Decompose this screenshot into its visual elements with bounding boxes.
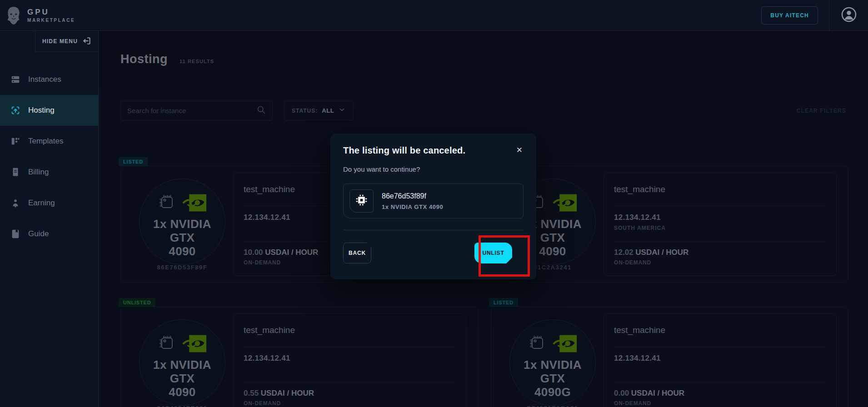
layout-columns-icon [10,136,20,146]
sidebar-item-label: Hosting [28,106,55,115]
sidebar-item-label: Instances [28,75,61,84]
user-avatar[interactable] [829,6,868,25]
machine-summary-box: 86e76d53f89f 1x NVIDIA GTX 4090 [343,184,524,218]
unlist-button[interactable]: UNLIST [474,243,512,263]
sidebar-item-templates[interactable]: Templates [0,126,98,157]
hide-menu-label: HIDE MENU [42,38,78,45]
app-header: GPU MARKETPLACE BUY AITECH [0,0,868,31]
logo-cyborg-face-icon [5,5,23,26]
sidebar-item-label: Guide [28,229,49,238]
server-stack-icon [10,74,20,84]
modal-subtitle: Do you want to continue? [343,165,524,173]
modal-divider [343,230,524,230]
close-icon[interactable]: ✕ [515,145,524,155]
sidebar-nav: Instances Hosting [0,64,98,249]
modal-machine-gpu: 1x NVIDIA GTX 4090 [382,204,443,210]
person-circle-icon [841,6,857,25]
sidebar-item-earning[interactable]: Earning [0,188,98,218]
sidebar-item-hosting[interactable]: Hosting [0,95,98,126]
back-button[interactable]: BACK [343,243,371,263]
hide-menu-button[interactable]: HIDE MENU [35,31,98,52]
logo-line2: MARKETPLACE [27,18,75,23]
sidebar-item-label: Billing [28,168,49,177]
sidebar-item-billing[interactable]: Billing [0,157,98,188]
sidebar: HIDE MENU Instances [0,31,99,407]
modal-machine-name: 86e76d53f89f [382,192,443,200]
sidebar-item-guide[interactable]: Guide [0,218,98,249]
book-bookmark-icon [10,229,20,239]
chip-box [349,189,374,213]
exit-arrow-icon [82,36,91,47]
sidebar-item-label: Earning [28,199,55,208]
buy-aitech-button[interactable]: BUY AITECH [761,6,818,25]
logo-text: GPU MARKETPLACE [27,8,75,23]
receipt-icon [10,167,20,177]
cancel-listing-modal: The listing will be canceled. ✕ Do you w… [330,134,536,279]
sidebar-item-instances[interactable]: Instances [0,64,98,95]
sidebar-item-label: Templates [28,137,63,146]
person-icon [10,198,20,208]
cpu-chip-icon [355,194,368,208]
logo-line1: GPU [27,8,75,17]
upload-brackets-icon [10,105,20,115]
modal-title: The listing will be canceled. [343,145,465,156]
